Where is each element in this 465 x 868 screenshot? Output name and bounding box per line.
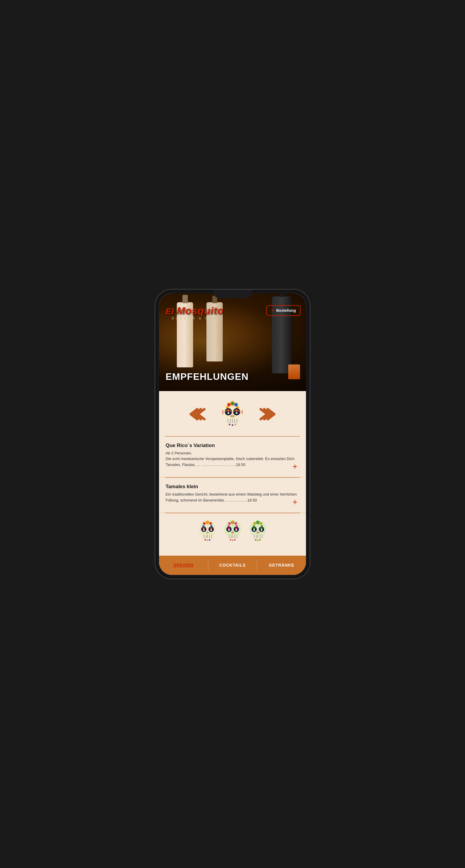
svg-point-80 [261,529,262,531]
svg-point-90 [259,539,260,540]
svg-point-44 [204,539,206,540]
middle-divider [165,477,300,478]
right-chevrons-icon [255,407,275,422]
logo-text: El Mosquito [166,305,224,316]
skull-center [219,399,246,430]
sugar-skull-icon [219,399,246,429]
add-item-1-button[interactable]: + [291,462,299,471]
svg-point-22 [229,424,230,426]
svg-point-72 [259,522,262,525]
svg-point-50 [234,522,237,525]
small-skull-2-icon [222,519,244,543]
left-chevrons-icon [190,407,210,422]
svg-point-14 [230,415,232,417]
add-item-2-button[interactable]: + [291,498,299,506]
svg-point-66 [230,539,231,540]
logo-subtitle: BODEGA & BAR [166,316,224,320]
svg-point-79 [253,529,255,531]
order-button[interactable]: ✕ Bestellung [266,305,301,316]
svg-point-45 [206,539,208,541]
svg-point-28 [209,522,212,525]
svg-point-89 [257,539,258,541]
svg-point-27 [203,522,206,525]
svg-point-71 [253,522,256,525]
nav-cocktails[interactable]: COCKTAILS [208,556,257,575]
svg-point-88 [255,539,256,540]
bottom-navigation: SPEISEN COCKTAILS GETRÄNKE [159,556,306,575]
menu-item-2: Tamales klein Ein traditionelles Gericht… [159,478,306,513]
nav-getraenke[interactable]: GETRÄNKE [257,556,306,575]
svg-point-26 [206,521,209,524]
item-2-name: Tamales klein [166,484,299,490]
candle-decoration [288,365,300,379]
skulls-row [159,513,306,546]
nav-speisen-label: SPEISEN [173,563,194,567]
svg-point-36 [210,529,212,531]
prev-arrows[interactable] [190,407,210,423]
svg-point-37 [206,531,209,533]
svg-point-23 [232,424,233,426]
logo: El Mosquito BODEGA & BAR [166,305,224,320]
phone-notch [213,290,252,298]
hero-title: EMPFEHLUNGEN [166,371,249,382]
svg-point-58 [235,529,237,531]
small-skull-3-icon [247,519,269,543]
nav-cocktails-label: COCKTAILS [219,563,246,567]
order-button-label: Bestellung [276,308,296,313]
svg-point-78 [260,528,262,530]
svg-point-3 [227,403,231,406]
order-icon: ✕ [271,308,274,313]
menu-item-1: Que Rico`s Variation Ab 2 Personen. Die … [159,437,306,477]
svg-point-46 [208,539,210,540]
svg-point-33 [203,528,205,530]
svg-point-12 [236,412,237,414]
svg-point-59 [231,531,234,533]
phone-device: EMPFEHLUNGEN El Mosquito BODEGA & BAR ✕ … [155,290,310,579]
svg-point-57 [228,529,230,531]
next-arrows[interactable] [255,407,275,423]
nav-speisen[interactable]: SPEISEN [159,556,208,575]
svg-point-77 [253,528,255,530]
top-divider [165,436,300,437]
skull-navigation [159,391,306,436]
phone-screen: EMPFEHLUNGEN El Mosquito BODEGA & BAR ✕ … [159,293,306,575]
small-skull-1-icon [196,519,219,543]
svg-point-49 [228,522,231,525]
svg-point-81 [257,531,259,533]
svg-point-24 [235,424,236,426]
svg-point-48 [231,521,234,524]
svg-point-34 [210,528,212,530]
svg-point-68 [234,539,235,540]
svg-point-15 [233,415,235,417]
item-1-name: Que Rico`s Variation [166,442,299,448]
hero-section: EMPFEHLUNGEN El Mosquito BODEGA & BAR ✕ … [159,293,306,391]
svg-point-70 [256,521,259,524]
svg-point-67 [232,539,233,541]
svg-point-4 [234,403,238,406]
item-1-subtitle: Ab 2 Personen. [166,450,299,456]
svg-point-11 [228,412,229,414]
svg-point-2 [231,402,234,405]
bottom-divider [165,513,300,513]
svg-point-35 [203,529,204,531]
nav-getraenke-label: GETRÄNKE [269,563,294,567]
content-area: Que Rico`s Variation Ab 2 Personen. Die … [159,391,306,575]
